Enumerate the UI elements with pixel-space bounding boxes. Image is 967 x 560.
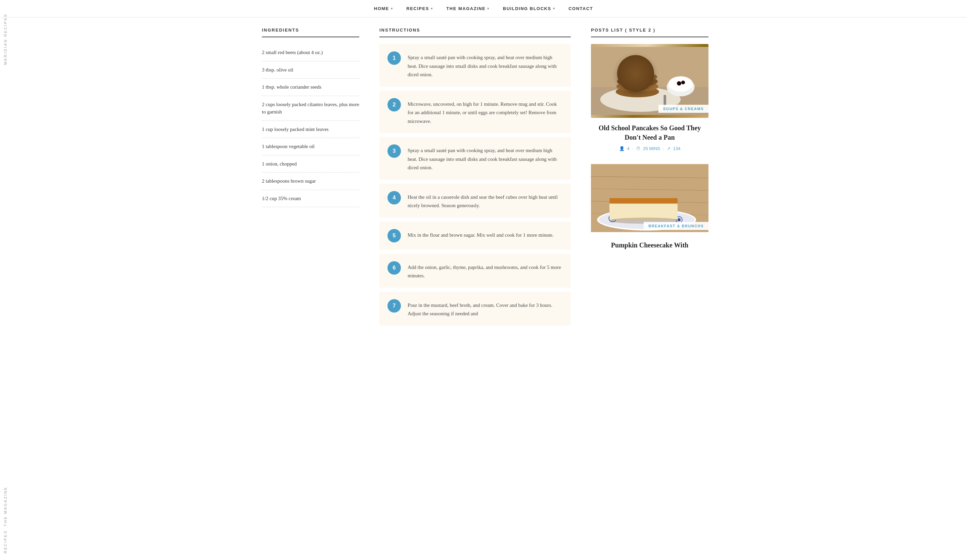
step-text-7: Pour in the mustard, beef broth, and cre… [408, 299, 563, 318]
instruction-step-7: 7 Pour in the mustard, beef broth, and c… [380, 292, 571, 326]
instruction-step-3: 3 Spray a small sauté pan with cooking s… [380, 137, 571, 180]
post-card-pancakes[interactable]: SOUPS & CREAMS Old School Pancakes So Go… [591, 44, 708, 151]
ingredient-item: 2 small red beets (about 4 oz.) [262, 44, 359, 61]
svg-point-9 [642, 74, 645, 77]
step-text-3: Spray a small sauté pan with cooking spr… [408, 144, 563, 172]
step-number-3: 3 [388, 144, 401, 158]
nav-home-label: HOME [374, 6, 389, 11]
pancakes-post-title: Old School Pancakes So Good They Don't N… [591, 123, 708, 142]
instructions-column: INSTRUCTIONS 1 Spray a small sauté pan w… [369, 18, 581, 340]
instruction-step-5: 5 Mix in the flour and brown sugar. Mix … [380, 222, 571, 250]
posts-list-title: POSTS LIST ( STYLE 2 ) [591, 28, 708, 37]
instructions-title: INSTRUCTIONS [380, 28, 571, 37]
pancakes-post-meta: 👤 4 · ⏱ 25 MINS · ↗ 134 [591, 146, 708, 151]
ingredient-item: 3 tbsp. olive oil [262, 61, 359, 79]
main-layout: INGREDIENTS 2 small red beets (about 4 o… [242, 18, 725, 340]
instruction-step-2: 2 Microwave, uncovered, on high for 1 mi… [380, 91, 571, 133]
pancakes-shares: 134 [673, 146, 681, 151]
nav-recipes-arrow: ▾ [431, 7, 433, 10]
svg-point-14 [681, 81, 685, 84]
nav-building-blocks-arrow: ▾ [553, 7, 555, 10]
svg-rect-28 [609, 198, 678, 204]
nav-item-home[interactable]: HOME ▾ [374, 6, 393, 11]
step-number-1: 1 [388, 51, 401, 65]
persons-icon: 👤 [619, 146, 625, 151]
ingredient-item: 2 cups loosely packed cilantro leaves, p… [262, 96, 359, 121]
pancakes-category-badge: SOUPS & CREAMS [658, 105, 708, 113]
cheesecake-category-badge: BREAKFAST & BRUNCHS [644, 222, 708, 230]
ingredient-item: 1/2 cup 35% cream [262, 190, 359, 208]
nav-item-building-blocks[interactable]: BUILDING BLOCKS ▾ [503, 6, 555, 11]
ingredients-title: INGREDIENTS [262, 28, 359, 37]
step-text-1: Spray a small sauté pan with cooking spr… [408, 51, 563, 79]
share-icon: ↗ [667, 146, 670, 151]
svg-point-10 [634, 72, 637, 76]
step-number-4: 4 [388, 191, 401, 204]
time-icon: ⏱ [636, 146, 640, 151]
svg-point-8 [637, 71, 641, 76]
nav-item-magazine[interactable]: THE MAGAZINE ▾ [446, 6, 489, 11]
ingredient-item: 1 tablespoon vegetable oil [262, 138, 359, 155]
nav-magazine-label: THE MAGAZINE [446, 6, 485, 11]
post-card-cheesecake[interactable]: BREAKFAST & BRUNCHS Pumpkin Cheesecake W… [591, 161, 708, 250]
ingredient-item: 1 tbsp. whole coriander seeds [262, 79, 359, 96]
post-image-container-cheesecake: BREAKFAST & BRUNCHS [591, 161, 708, 235]
post-image-container-pancakes: SOUPS & CREAMS [591, 44, 708, 118]
svg-point-5 [617, 76, 658, 87]
step-number-6: 6 [388, 261, 401, 275]
instruction-step-1: 1 Spray a small sauté pan with cooking s… [380, 44, 571, 87]
pancakes-time: 25 MINS [643, 146, 660, 151]
nav-building-blocks-label: BUILDING BLOCKS [503, 6, 551, 11]
step-number-5: 5 [388, 229, 401, 242]
ingredients-column: INGREDIENTS 2 small red beets (about 4 o… [262, 18, 369, 340]
step-text-6: Add the onion, garlic, thyme, paprika, a… [408, 261, 563, 280]
step-number-7: 7 [388, 299, 401, 313]
step-text-2: Microwave, uncovered, on high for 1 minu… [408, 98, 563, 126]
cheesecake-post-title: Pumpkin Cheesecake With [591, 240, 708, 250]
nav-item-contact[interactable]: CONTACT [568, 6, 593, 11]
svg-point-7 [630, 72, 635, 77]
step-number-2: 2 [388, 98, 401, 112]
svg-point-13 [677, 81, 681, 86]
ingredient-item: 2 tablespoons brown sugar [262, 173, 359, 190]
nav-list: HOME ▾ RECIPES ▾ THE MAGAZINE ▾ BUILDING… [374, 6, 593, 11]
instruction-step-4: 4 Heat the oil in a casserole dish and s… [380, 184, 571, 217]
pancakes-persons-count: 4 [627, 146, 630, 151]
step-text-4: Heat the oil in a casserole dish and sea… [408, 191, 563, 210]
meridian-recipes-label: MERIDIAN RECIPES [3, 13, 7, 65]
nav-recipes-label: RECIPES [406, 6, 429, 11]
ingredient-item: 1 onion, chopped [262, 155, 359, 173]
instruction-step-6: 6 Add the onion, garlic, thyme, paprika,… [380, 254, 571, 288]
svg-rect-29 [609, 204, 678, 220]
meta-dot-2: · [663, 146, 664, 151]
meta-dot-1: · [632, 146, 634, 151]
posts-list-column: POSTS LIST ( STYLE 2 ) [581, 18, 708, 340]
nav-home-arrow: ▾ [391, 7, 393, 10]
top-navigation: HOME ▾ RECIPES ▾ THE MAGAZINE ▾ BUILDING… [0, 0, 967, 18]
nav-item-recipes[interactable]: RECIPES ▾ [406, 6, 433, 11]
nav-magazine-arrow: ▾ [487, 7, 490, 10]
step-text-5: Mix in the flour and brown sugar. Mix we… [408, 229, 554, 240]
ingredient-item: 1 cup loosely packed mint leaves [262, 121, 359, 138]
svg-point-6 [617, 72, 657, 82]
nav-contact-label: CONTACT [568, 6, 593, 11]
